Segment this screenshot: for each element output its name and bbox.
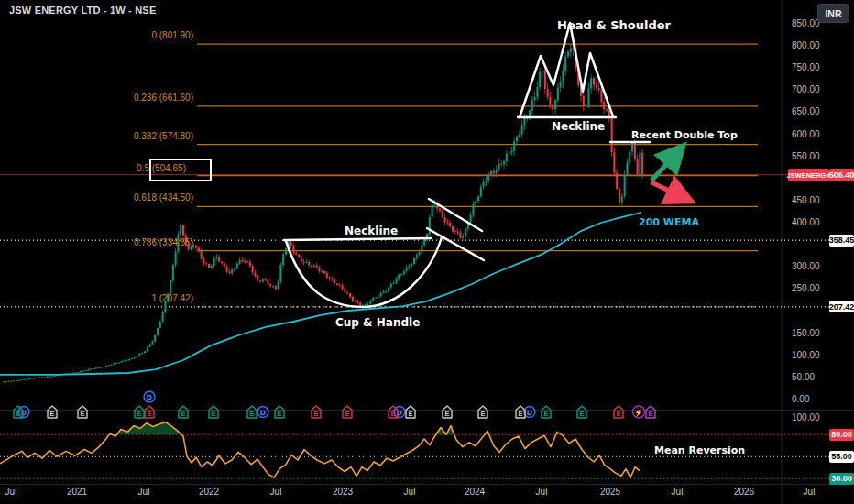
candle-body — [82, 371, 84, 372]
candle-body — [41, 378, 43, 378]
candle-body — [359, 302, 361, 305]
currency-button[interactable]: INR — [817, 4, 849, 23]
candle-body — [554, 100, 556, 109]
candle-body — [336, 283, 338, 284]
candle-body — [38, 378, 40, 378]
candle-body — [339, 285, 341, 286]
candle-body — [564, 56, 566, 71]
candle-body — [244, 260, 246, 261]
candle-body — [416, 255, 418, 258]
annotation-cup-handle: Cup & Handle — [335, 316, 420, 329]
candle-body — [536, 87, 538, 97]
candle-body — [228, 272, 230, 274]
earnings-letter: E — [313, 410, 318, 418]
candle-body — [334, 279, 335, 283]
candle-body — [380, 293, 382, 297]
candle-body — [124, 360, 126, 361]
candle-body — [257, 276, 258, 281]
symbol-title[interactable]: JSW ENERGY LTD - 1W - NSE — [9, 5, 156, 16]
candle-body — [477, 196, 479, 201]
candle-body — [3, 382, 5, 383]
candle-body — [221, 262, 223, 263]
candle-body — [111, 365, 113, 366]
candle-body — [246, 261, 248, 262]
candle-body — [487, 175, 489, 181]
symbol-price-label: JSWENERGY — [788, 169, 829, 181]
candle-body — [547, 89, 549, 97]
candle-body — [74, 373, 76, 374]
candle-body — [103, 367, 104, 367]
candle-body — [172, 265, 174, 280]
candle-body — [342, 285, 344, 289]
dividend-letter: D — [260, 409, 266, 417]
candle-body — [164, 301, 166, 312]
candle-body — [241, 260, 243, 261]
candle-body — [570, 48, 572, 51]
candle-body — [388, 287, 389, 291]
earnings-letter: E — [444, 410, 449, 418]
candle-body — [413, 258, 415, 264]
candle-body — [234, 268, 235, 270]
candle-body — [446, 223, 448, 224]
candle-body — [637, 159, 639, 174]
candle-body — [134, 357, 136, 358]
candle-body — [619, 189, 620, 202]
candle-body — [365, 304, 367, 305]
candle-body — [95, 367, 97, 368]
candle-body — [531, 100, 533, 111]
candle-body — [390, 284, 392, 287]
candle-body — [113, 363, 115, 364]
candle-body — [275, 286, 277, 289]
candle-body — [292, 246, 294, 252]
candle-body — [378, 296, 379, 297]
candle-body — [485, 181, 487, 181]
annotation-recent-double-top: Recent Double Top — [631, 129, 738, 141]
candle-body — [475, 201, 476, 204]
candle-body — [239, 260, 241, 264]
candle-body — [449, 223, 451, 226]
candle-body — [534, 97, 536, 100]
candle-body — [195, 246, 197, 248]
candle-body — [557, 88, 559, 101]
candle-body — [54, 376, 56, 377]
price-chart-canvas[interactable]: DEEEEEDEEDEEEEDEEEEDEEEE⚡E — [0, 0, 854, 504]
candle-body — [331, 279, 333, 279]
candle-body — [44, 378, 46, 378]
candle-body — [372, 298, 374, 301]
candlestick-series[interactable] — [3, 44, 643, 383]
candle-body — [190, 247, 192, 250]
candle-body — [459, 233, 461, 238]
candle-body — [8, 381, 10, 382]
candle-body — [72, 373, 74, 374]
candle-body — [269, 284, 271, 286]
candle-body — [562, 71, 564, 82]
candle-body — [128, 359, 130, 360]
cup-neckline — [284, 238, 431, 240]
candle-body — [180, 225, 181, 235]
candle-body — [137, 356, 138, 357]
event-badges[interactable]: DEEEEEDEEDEEEEDEEEEDEEEE⚡E — [14, 391, 655, 418]
candle-body — [355, 301, 356, 302]
candle-body — [138, 354, 140, 356]
candle-body — [28, 378, 30, 379]
candle-body — [498, 164, 499, 170]
candle-body — [18, 380, 20, 381]
candle-body — [144, 351, 146, 353]
candle-body — [616, 173, 618, 189]
candle-body — [406, 267, 408, 271]
candle-body — [344, 290, 345, 293]
candle-body — [567, 51, 569, 56]
candle-body — [521, 125, 523, 135]
candle-body — [611, 118, 613, 152]
candle-body — [198, 247, 200, 251]
candle-body — [483, 182, 485, 187]
candle-body — [185, 235, 187, 244]
annotation-neckline-cup: Neckline — [345, 225, 398, 237]
candle-body — [34, 378, 36, 379]
candle-body — [480, 187, 482, 196]
candle-body — [519, 135, 520, 137]
candle-body — [10, 381, 12, 382]
candle-body — [13, 380, 15, 381]
candle-body — [188, 245, 190, 249]
candle-body — [149, 345, 151, 347]
